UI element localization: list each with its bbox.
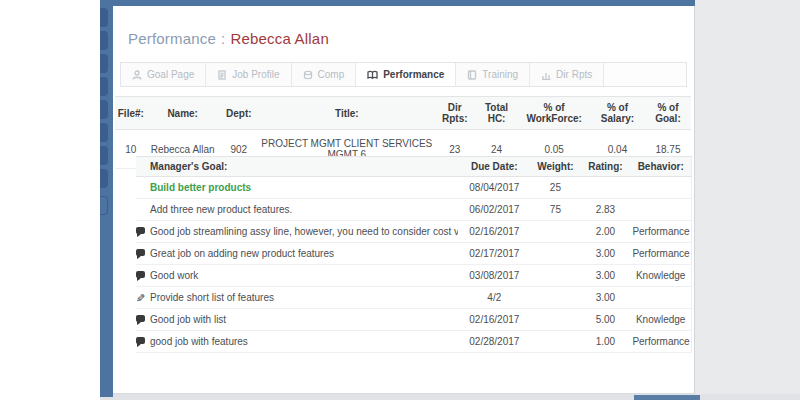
money-icon — [303, 70, 313, 80]
comment-icon[interactable] — [136, 249, 148, 259]
sidebar-notch — [100, 77, 108, 96]
col-pct-salary: % of Salary: — [590, 97, 645, 130]
desktop-background — [695, 0, 800, 400]
goal-rating: 3.00 — [580, 265, 630, 287]
goal-text: ✎Provide short list of features — [136, 287, 458, 309]
goal-due-date: 02/17/2017 — [458, 243, 530, 265]
goal-row[interactable]: Good work03/08/20173.00Knowledge — [136, 265, 692, 287]
managers-goals-table: Manager's Goal: Due Date: Weight: Rating… — [136, 156, 692, 353]
tab-performance[interactable]: Performance — [356, 63, 456, 86]
sidebar-notch — [100, 54, 108, 73]
goal-row[interactable]: good job with features02/28/20171.00Perf… — [136, 331, 692, 353]
comment-icon[interactable] — [136, 337, 148, 347]
user-icon — [132, 70, 142, 80]
goal-row[interactable]: Good job with list02/16/20175.00Knowledg… — [136, 309, 692, 331]
document-icon — [217, 70, 227, 80]
employee-table-header-row: File#: Name: Dept: Title: Dir Rpts: Tota… — [115, 97, 691, 130]
col-total-hc: Total HC: — [475, 97, 518, 130]
goal-weight — [530, 331, 580, 353]
goal-row[interactable]: Good job streamlining assy line, however… — [136, 221, 692, 243]
pencil-icon[interactable]: ✎ — [136, 293, 148, 303]
goal-text: good job with features — [136, 331, 458, 353]
bottom-blue-bar — [634, 395, 700, 400]
goal-weight — [530, 265, 580, 287]
sidebar-notch — [100, 100, 108, 119]
goal-row[interactable]: ✎Provide short list of features4/23.00 — [136, 287, 692, 309]
tab-label: Goal Page — [147, 69, 194, 80]
col-due-date: Due Date: — [458, 157, 530, 177]
goal-due-date: 02/16/2017 — [458, 309, 530, 331]
tab-bar: Goal PageJob ProfileCompPerformanceTrain… — [120, 62, 687, 87]
goal-behavior: Performance — [630, 331, 691, 353]
goal-rating: 3.00 — [580, 287, 630, 309]
screen: Performance:Rebecca Allan Goal PageJob P… — [0, 0, 800, 400]
col-managers-goal: Manager's Goal: — [136, 157, 458, 177]
tab-goal-page[interactable]: Goal Page — [121, 63, 206, 86]
comment-icon[interactable] — [136, 315, 148, 325]
goal-text: Good job with list — [136, 309, 458, 331]
goal-rating: 1.00 — [580, 331, 630, 353]
goal-behavior: Knowledge — [630, 309, 691, 331]
goal-due-date: 03/08/2017 — [458, 265, 530, 287]
goal-behavior — [630, 287, 691, 309]
goal-text: Add three new product features. — [136, 199, 458, 221]
goal-weight — [530, 221, 580, 243]
goal-weight — [530, 243, 580, 265]
tab-label: Job Profile — [232, 69, 279, 80]
goal-rating: 2.00 — [580, 221, 630, 243]
col-rating: Rating: — [580, 157, 630, 177]
col-name: Name: — [147, 97, 219, 130]
sidebar-notch — [100, 196, 108, 215]
sidebar-notch — [100, 8, 108, 27]
sidebar-notch — [100, 123, 108, 142]
goal-behavior — [630, 199, 691, 221]
goal-rating — [580, 177, 630, 199]
col-behavior: Behavior: — [630, 157, 691, 177]
goal-rating: 2.83 — [580, 199, 630, 221]
goal-due-date: 02/16/2017 — [458, 221, 530, 243]
goal-text: Good work — [136, 265, 458, 287]
goal-weight — [530, 287, 580, 309]
goal-behavior: Knowledge — [630, 265, 691, 287]
tab-comp[interactable]: Comp — [292, 63, 357, 86]
comment-icon[interactable] — [136, 227, 148, 237]
goal-weight: 75 — [530, 199, 580, 221]
col-file-number: File#: — [115, 97, 147, 130]
performance-panel: Performance:Rebecca Allan Goal PageJob P… — [113, 6, 695, 394]
col-dept: Dept: — [219, 97, 259, 130]
goal-behavior: Performance — [630, 243, 691, 265]
sidebar-notch — [100, 169, 108, 188]
col-pct-goal: % of Goal: — [645, 97, 691, 130]
goal-due-date: 4/2 — [458, 287, 530, 309]
tab-label: Training — [482, 69, 518, 80]
goal-due-date: 08/04/2017 — [458, 177, 530, 199]
tab-label: Dir Rpts — [556, 69, 592, 80]
col-weight: Weight: — [530, 157, 580, 177]
col-title: Title: — [259, 97, 435, 130]
page-title-section: Performance — [128, 30, 216, 47]
goal-text: Build better products — [136, 177, 458, 199]
goal-text: Good job streamlining assy line, however… — [136, 221, 458, 243]
goal-row[interactable]: Add three new product features.06/02/201… — [136, 199, 692, 221]
goal-row[interactable]: Build better products08/04/201725 — [136, 177, 692, 199]
goals-table-header-row: Manager's Goal: Due Date: Weight: Rating… — [136, 157, 692, 177]
goal-due-date: 02/28/2017 — [458, 331, 530, 353]
comment-icon[interactable] — [136, 271, 148, 281]
goal-due-date: 06/02/2017 — [458, 199, 530, 221]
book-icon — [467, 70, 477, 80]
page-title-separator: : — [221, 30, 225, 47]
tab-training[interactable]: Training — [456, 63, 530, 86]
tab-job-profile[interactable]: Job Profile — [206, 63, 291, 86]
goal-behavior — [630, 177, 691, 199]
goal-rating: 3.00 — [580, 243, 630, 265]
bar-chart-icon — [541, 70, 551, 80]
goal-text: Great job on adding new product features — [136, 243, 458, 265]
sidebar-notch — [100, 146, 108, 165]
tab-dir-rpts[interactable]: Dir Rpts — [530, 63, 604, 86]
goal-rating: 5.00 — [580, 309, 630, 331]
tab-label: Performance — [383, 69, 444, 80]
col-pct-workforce: % of WorkForce: — [518, 97, 590, 130]
goal-weight: 25 — [530, 177, 580, 199]
collapsed-sidebar[interactable] — [100, 0, 113, 397]
goal-row[interactable]: Great job on adding new product features… — [136, 243, 692, 265]
